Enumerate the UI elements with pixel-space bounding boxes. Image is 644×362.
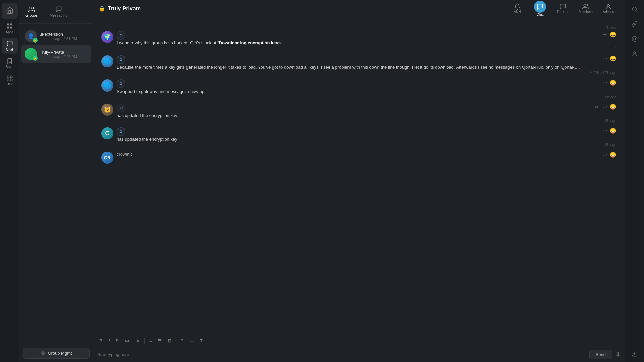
toolbar-divider-2: [176, 338, 176, 344]
dev-button[interactable]: Dev: [2, 72, 18, 88]
emoji-icon-1[interactable]: 😀: [610, 31, 616, 38]
bullet-button[interactable]: ≡: [147, 337, 154, 345]
messaging-tab-label: Messaging: [50, 13, 67, 17]
truly-private-avatar: 🔒: [25, 48, 37, 60]
msg-bubble-3: 🌐 ⚙ Swapped to gateway and messages show…: [101, 79, 616, 95]
msg-text-3: Swapped to gateway and messages show up.: [117, 88, 598, 95]
link-icon-btn[interactable]: [628, 17, 641, 31]
download-icon[interactable]: ⬇: [615, 351, 621, 358]
cursor-icon-1: ↗: [613, 46, 616, 51]
groups-tab-label: Groups: [25, 13, 38, 17]
avatar-3: 🌐: [101, 79, 113, 92]
members-nav[interactable]: Members: [575, 0, 596, 17]
strike-button[interactable]: S: [114, 337, 121, 345]
svg-rect-2: [7, 26, 9, 28]
clear-button[interactable]: ✕: [134, 337, 142, 345]
channel-title: Truly-Private: [108, 6, 141, 12]
channel-last-message-2: last message: 2:25 PM: [40, 55, 88, 59]
avatar-5: C: [101, 127, 113, 139]
sender-badge-2: ⚙: [117, 55, 125, 64]
group-mgmt-button[interactable]: ➕ Group Mgmt: [23, 348, 90, 359]
reply-icon-6[interactable]: ↩: [602, 152, 608, 158]
hr-button[interactable]: —: [187, 337, 196, 345]
time-divider-1: 7h ago: [101, 23, 616, 31]
emoji-icon-3[interactable]: 😀: [610, 80, 616, 86]
ann-nav[interactable]: ANN: [506, 0, 528, 17]
msg-bubble-2: 🌐 ⚙ Because the more times a key gets ge…: [101, 55, 616, 71]
profile-icon-btn[interactable]: [628, 47, 641, 60]
cursor-icon-2: ↗: [589, 70, 592, 75]
svg-point-10: [607, 4, 610, 7]
svg-rect-0: [7, 23, 9, 25]
main-area: 🔒 Truly-Private ANN Chat Threads: [93, 0, 625, 362]
svg-rect-4: [7, 76, 9, 78]
channel-last-message: last message: 2:51 PM: [40, 37, 88, 41]
message-wrapper-5: C ⚙ has updated the encryption key ↩ 😀: [99, 125, 619, 149]
msg-time-2: 7h ago: [605, 71, 616, 75]
code-button[interactable]: <>: [123, 337, 132, 345]
message-input[interactable]: [97, 352, 586, 357]
ordered-button[interactable]: ☰: [156, 337, 164, 345]
emoji-icon-2[interactable]: 😀: [610, 55, 616, 62]
msg-body-4: ⚙ has updated the encryption key: [117, 104, 590, 119]
top-nav: ANN Chat Threads Members: [506, 0, 619, 17]
blockquote-button[interactable]: ": [179, 337, 185, 345]
search-icon-btn[interactable]: [628, 3, 641, 16]
bold-button[interactable]: B: [97, 337, 104, 345]
heading-button[interactable]: T: [198, 337, 205, 345]
msg-time-area-3: 5h ago: [605, 95, 616, 99]
msg-time-area-2: ↗ Edited 7h ago: [589, 70, 616, 75]
reply-icon-5[interactable]: ↩: [602, 127, 608, 134]
message-wrapper-2: 🌐 ⚙ Because the more times a key gets ge…: [99, 53, 619, 77]
input-area: Send ⬇: [93, 347, 625, 362]
msg-bold-1: Downloading encryption keys: [219, 40, 281, 45]
groups-tab[interactable]: Groups: [23, 4, 40, 19]
msg-right-actions-4: ✏ ↩ 😀: [594, 104, 616, 110]
send-button[interactable]: Send: [589, 350, 612, 359]
msg-time-area-1: ↗: [613, 46, 616, 51]
apps-button[interactable]: Apps: [2, 20, 18, 36]
msg-body-6: crowetic: [117, 152, 598, 157]
svg-rect-6: [7, 79, 9, 81]
messaging-tab[interactable]: Messaging: [47, 4, 70, 19]
message-wrapper-4: 🐱 ⚙ has updated the encryption key ✏ ↩ 😀: [99, 102, 619, 125]
indent-button[interactable]: ⊟: [166, 337, 173, 345]
edit-icon-4[interactable]: ✏: [594, 104, 600, 110]
msg-bubble-6: CR crowetic ↩ 😀: [101, 152, 616, 164]
msg-right-actions-6: ↩ 😀: [602, 152, 616, 158]
ann-label: ANN: [514, 10, 521, 14]
home-button[interactable]: [2, 3, 18, 19]
chat-nav[interactable]: Chat: [529, 0, 551, 17]
msg-text-2: Because the more times a key gets genera…: [117, 64, 598, 71]
msg-body-1: ⚙ I wonder why this group is so borked. …: [117, 31, 598, 46]
emoji-icon-4[interactable]: 😀: [610, 104, 616, 110]
left-icon-bar: Apps Chat Save Dev: [0, 0, 19, 362]
mention-icon-btn[interactable]: [628, 32, 641, 46]
italic-button[interactable]: I: [106, 337, 112, 345]
right-sidebar: [625, 0, 644, 362]
sender-row-3: ⚙: [117, 79, 598, 88]
sender-row-1: ⚙: [117, 31, 598, 40]
threads-nav[interactable]: Threads: [552, 0, 574, 17]
emoji-icon-6[interactable]: 😀: [610, 152, 616, 158]
admins-nav[interactable]: Admins: [598, 0, 619, 17]
svg-point-9: [584, 4, 586, 7]
channel-item-truly-private[interactable]: 🔒 Truly-Private last message: 2:25 PM: [21, 45, 91, 63]
message-wrapper-6: CR crowetic ↩ 😀: [99, 149, 619, 166]
ui-extension-avatar: 👤 🔒: [25, 30, 37, 42]
sender-row-6: crowetic: [117, 152, 598, 157]
reply-icon-3[interactable]: ↩: [602, 79, 608, 86]
apps-label: Apps: [6, 30, 13, 34]
save-button[interactable]: Save: [2, 55, 18, 71]
msg-lower-5: 2h ago: [101, 143, 616, 147]
channel-item-ui-extension[interactable]: 👤 🔒 ui-extension last message: 2:51 PM: [21, 27, 91, 45]
message-wrapper-3: 🌐 ⚙ Swapped to gateway and messages show…: [99, 77, 619, 101]
chat-button[interactable]: Chat: [2, 38, 18, 54]
download-icon-btn[interactable]: [628, 347, 641, 361]
emoji-icon-5[interactable]: 😀: [610, 128, 616, 134]
reply-icon-2[interactable]: ↩: [602, 55, 608, 62]
sender-row-2: ⚙: [117, 55, 598, 64]
reply-icon-4[interactable]: ↩: [602, 104, 608, 110]
message-wrapper-1: 7h ago 🌍 ⚙ I wonder why this group is so…: [99, 21, 619, 53]
reply-icon-1[interactable]: ↩: [602, 31, 608, 38]
